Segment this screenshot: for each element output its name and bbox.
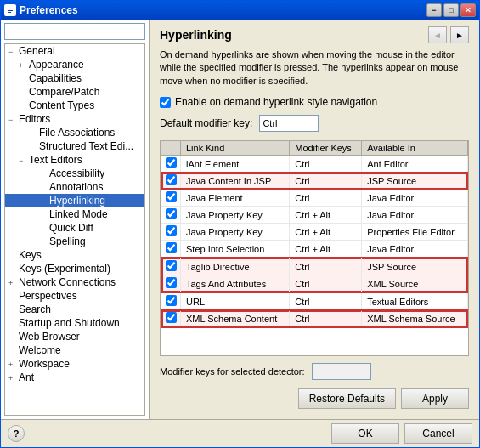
tree-item-label-capabilities: Capabilities [29,72,82,84]
row-checkbox[interactable] [166,174,177,185]
modifier-key-input[interactable] [259,115,319,132]
tree-item-structured-text-edit[interactable]: Structured Text Edi... [5,139,144,153]
tree-item-workspace[interactable]: +Workspace [5,357,144,371]
col-modifier-keys: Modifier Keys [290,141,362,156]
table-row[interactable]: iAnt ElementCtrlAnt Editor [161,156,467,173]
table-row[interactable]: Java ElementCtrlJava Editor [161,190,467,207]
table-row[interactable]: Java Content In JSPCtrlJSP Source [161,173,467,190]
tree-item-compare-patch[interactable]: Compare/Patch [5,85,144,99]
checkbox-cell[interactable] [161,173,181,190]
minimize-button[interactable]: − [426,3,442,17]
svg-rect-3 [8,12,11,13]
table-row[interactable]: Java Property KeyCtrl + AltJava Editor [161,207,467,224]
modifier-keys-cell: Ctrl [290,275,362,293]
table-row[interactable]: URLCtrlTextual Editors [161,292,467,310]
tree-item-label-startup-and-shutdown: Startup and Shutdown [19,317,120,329]
tree-item-linked-mode[interactable]: Linked Mode [5,207,144,221]
tree-item-label-workspace: Workspace [19,358,70,370]
tree-item-label-structured-text-edit: Structured Text Edi... [39,140,133,152]
row-checkbox[interactable] [166,277,177,288]
tree-item-editors[interactable]: −Editors [5,112,144,126]
tree-item-text-editors[interactable]: −Text Editors [5,153,144,167]
restore-defaults-button[interactable]: Restore Defaults [298,388,396,409]
row-checkbox[interactable] [166,225,177,236]
tree-item-label-keys-experimental: Keys (Experimental) [19,263,110,275]
row-checkbox[interactable] [166,260,177,271]
tree-item-file-associations[interactable]: File Associations [5,126,144,139]
apply-button[interactable]: Apply [401,388,469,409]
checkbox-cell[interactable] [161,258,181,275]
row-checkbox[interactable] [166,157,177,168]
available-in-cell: XML Schema Source [362,310,467,327]
tree-item-general[interactable]: −General [5,44,144,58]
checkbox-cell[interactable] [161,241,181,258]
checkbox-cell[interactable] [161,224,181,241]
selected-modifier-input[interactable] [312,363,371,380]
right-panel: Hyperlinking ◄ ► On demand hyperlinks ar… [150,20,479,419]
hyperlink-table[interactable]: Link Kind Modifier Keys Available In iAn… [160,140,469,356]
tree-item-startup-and-shutdown[interactable]: Startup and Shutdown [5,316,144,330]
enable-checkbox[interactable] [160,97,171,108]
maximize-button[interactable]: □ [443,3,459,17]
forward-button[interactable]: ► [450,26,469,43]
search-input[interactable] [4,23,145,40]
link-kind-cell: Step Into Selection [181,241,290,258]
row-checkbox[interactable] [166,312,177,323]
back-button[interactable]: ◄ [428,26,447,43]
table-row[interactable]: XML Schema ContentCtrlXML Schema Source [161,310,467,327]
tree-item-capabilities[interactable]: Capabilities [5,71,144,85]
available-in-cell: Java Editor [362,207,467,224]
tree-item-welcome[interactable]: Welcome [5,343,144,357]
tree-item-web-browser[interactable]: Web Browser [5,330,144,343]
checkbox-cell[interactable] [161,292,181,310]
tree-item-spelling[interactable]: Spelling [5,235,144,248]
tree-item-content-types[interactable]: Content Types [5,99,144,112]
link-kind-cell: Tags And Attributes [181,275,290,293]
cancel-button[interactable]: Cancel [404,423,472,444]
table-row[interactable]: Java Property KeyCtrl + AltProperties Fi… [161,224,467,241]
tree-item-hyperlinking[interactable]: Hyperlinking [5,194,144,207]
checkbox-cell[interactable] [161,310,181,327]
link-kind-cell: Taglib Directive [181,258,290,275]
tree-container[interactable]: −General+AppearanceCapabilitiesCompare/P… [4,43,145,416]
modifier-keys-cell: Ctrl [290,190,362,207]
tree-item-keys[interactable]: Keys [5,248,144,262]
tree-item-label-accessibility: Accessibility [49,167,104,179]
tree-item-label-perspectives: Perspectives [19,290,77,302]
row-checkbox[interactable] [166,295,177,306]
description-text: On demand hyperlinks are shown when movi… [160,48,469,88]
link-kind-cell: Java Content In JSP [181,173,290,190]
window-controls: − □ ✕ [426,3,476,17]
table-row[interactable]: Step Into SelectionCtrl + AltJava Editor [161,241,467,258]
available-in-cell: Java Editor [362,190,467,207]
available-in-cell: Ant Editor [362,156,467,173]
table-row[interactable]: Taglib DirectiveCtrlJSP Source [161,258,467,275]
bottom-right-buttons: OK Cancel [331,423,472,444]
row-checkbox[interactable] [166,242,177,253]
selected-modifier-label: Modifier keys for selected detector: [160,366,305,377]
ok-button[interactable]: OK [331,423,399,444]
tree-item-search[interactable]: Search [5,303,144,316]
tree-item-appearance[interactable]: +Appearance [5,58,144,71]
checkbox-cell[interactable] [161,207,181,224]
tree-item-keys-experimental[interactable]: Keys (Experimental) [5,262,144,275]
tree-item-network-connections[interactable]: +Network Connections [5,275,144,289]
tree-item-perspectives[interactable]: Perspectives [5,289,144,303]
tree-item-annotations[interactable]: Annotations [5,180,144,194]
row-checkbox[interactable] [166,191,177,202]
tree-item-accessibility[interactable]: Accessibility [5,167,144,180]
checkbox-cell[interactable] [161,275,181,293]
window-icon [4,4,16,16]
close-button[interactable]: ✕ [460,3,476,17]
help-button[interactable]: ? [8,425,25,442]
row-checkbox[interactable] [166,208,177,219]
modifier-keys-cell: Ctrl [290,292,362,310]
checkbox-cell[interactable] [161,156,181,173]
tree-item-label-text-editors: Text Editors [29,154,82,166]
checkbox-cell[interactable] [161,190,181,207]
tree-item-label-web-browser: Web Browser [19,331,80,343]
tree-item-label-ant: Ant [19,371,34,383]
table-row[interactable]: Tags And AttributesCtrlXML Source [161,275,467,293]
tree-item-quick-diff[interactable]: Quick Diff [5,221,144,235]
tree-item-ant[interactable]: +Ant [5,371,144,384]
